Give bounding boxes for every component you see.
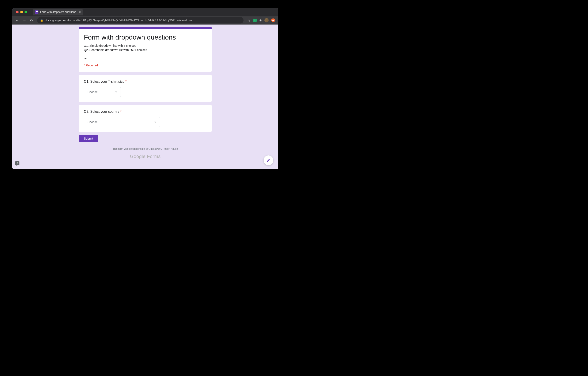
submit-button[interactable]: Submit xyxy=(79,135,98,142)
window-controls xyxy=(14,11,29,13)
reload-button[interactable]: ⟳ xyxy=(29,17,35,23)
form-header-card: Form with dropdown questions Q1. Simple … xyxy=(79,27,212,72)
chevron-down-icon xyxy=(154,122,156,123)
question-label-q2: Q2. Select your country * xyxy=(84,110,207,114)
browser-tab[interactable]: Form with dropdown questions × xyxy=(33,9,83,15)
question-label-q1: Q1. Select your T-shirt size * xyxy=(84,80,207,84)
question-card-q2: Q2. Select your country * Choose xyxy=(79,105,212,132)
page-viewport: Form with dropdown questions Q1. Simple … xyxy=(12,24,278,169)
report-abuse-link[interactable]: Report Abuse xyxy=(163,147,178,150)
new-tab-button[interactable]: + xyxy=(87,10,89,14)
bookmark-star-icon[interactable]: ☆ xyxy=(247,18,250,22)
close-tab-button[interactable]: × xyxy=(79,10,81,14)
edit-form-fab[interactable] xyxy=(263,155,273,165)
extension-badge-icon[interactable]: ◆ xyxy=(271,18,275,22)
question-card-q1: Q1. Select your T-shirt size * Choose xyxy=(79,75,212,102)
toolbar-icons: ☆ ✦ ◆ xyxy=(246,18,276,22)
footer-disclaimer: This form was created inside of Guesswor… xyxy=(79,147,212,150)
extensions-puzzle-icon[interactable]: ✦ xyxy=(259,18,262,22)
dropdown-placeholder: Choose xyxy=(87,120,98,124)
required-asterisk: * xyxy=(125,80,126,83)
profile-avatar[interactable] xyxy=(264,18,269,22)
google-forms-logo: Google Forms xyxy=(79,154,212,159)
url-text: docs.google.com/forms/d/e/1FAIpQLSeeprWy… xyxy=(45,19,192,22)
extension-mail-icon[interactable] xyxy=(253,19,257,22)
maximize-window-button[interactable] xyxy=(24,11,27,13)
form-description: Q1. Simple dropdown list with 6 choices … xyxy=(84,44,207,60)
country-dropdown[interactable]: Choose xyxy=(84,117,160,127)
submit-row: Submit xyxy=(79,135,212,142)
forms-favicon-icon xyxy=(35,10,38,14)
address-row: ← → ⟳ 🔒 docs.google.com/forms/d/e/1FAIpQ… xyxy=(12,16,278,24)
feedback-button[interactable]: ! xyxy=(15,161,20,165)
forward-button[interactable]: → xyxy=(21,17,27,23)
chevron-down-icon xyxy=(115,92,117,93)
minimize-window-button[interactable] xyxy=(20,11,23,13)
tab-bar: Form with dropdown questions × + xyxy=(12,8,278,16)
close-window-button[interactable] xyxy=(16,11,19,13)
browser-chrome: Form with dropdown questions × + ← → ⟳ 🔒… xyxy=(12,8,278,24)
tshirt-size-dropdown[interactable]: Choose xyxy=(84,87,121,97)
tab-title: Form with dropdown questions xyxy=(40,11,76,13)
browser-window: Form with dropdown questions × + ← → ⟳ 🔒… xyxy=(12,8,278,169)
back-button[interactable]: ← xyxy=(14,17,20,23)
dropdown-placeholder: Choose xyxy=(87,90,98,94)
form-container: Form with dropdown questions Q1. Simple … xyxy=(79,27,212,159)
required-legend: * Required xyxy=(84,64,207,67)
lock-icon: 🔒 xyxy=(40,19,43,22)
required-asterisk: * xyxy=(120,110,121,113)
form-title: Form with dropdown questions xyxy=(84,33,207,41)
address-bar[interactable]: 🔒 docs.google.com/forms/d/e/1FAIpQLSeepr… xyxy=(37,17,243,23)
pencil-icon xyxy=(266,158,271,162)
